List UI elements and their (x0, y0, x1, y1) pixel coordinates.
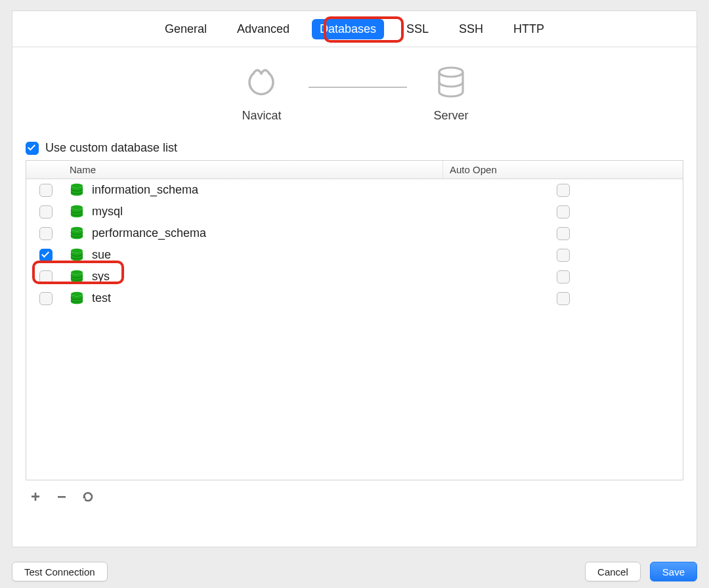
client-side: Navicat (240, 66, 282, 123)
tab-ssh[interactable]: SSH (451, 19, 491, 39)
row-db-name: information_schema (92, 183, 198, 197)
tab-databases[interactable]: Databases (312, 19, 384, 39)
add-button[interactable]: + (28, 490, 43, 504)
table-body: information_schema mysql (26, 179, 683, 309)
col-header-auto-open[interactable]: Auto Open (443, 161, 683, 178)
refresh-icon (81, 490, 95, 503)
table-row[interactable]: mysql (26, 201, 683, 222)
svg-point-1 (71, 183, 83, 187)
dialog-footer: Test Connection Cancel Save (0, 555, 709, 588)
database-icon (70, 270, 84, 284)
tab-advanced[interactable]: Advanced (229, 19, 297, 39)
row-include-checkbox[interactable] (39, 184, 53, 197)
database-icon (70, 183, 84, 198)
row-include-checkbox[interactable] (39, 292, 53, 305)
database-icon (70, 205, 84, 219)
table-row[interactable]: performance_schema (26, 222, 683, 244)
row-include-checkbox[interactable] (39, 270, 53, 284)
svg-point-2 (71, 205, 83, 209)
row-auto-open-checkbox[interactable] (557, 227, 570, 240)
database-icon (70, 291, 84, 306)
table-row[interactable]: information_schema (26, 179, 683, 201)
row-auto-open-checkbox[interactable] (557, 270, 570, 284)
database-icon (70, 226, 84, 241)
col-header-name[interactable]: Name (66, 161, 443, 178)
svg-point-5 (71, 270, 83, 274)
row-db-name: sys (92, 270, 110, 284)
use-custom-list-label: Use custom database list (45, 141, 177, 155)
refresh-button[interactable] (81, 490, 95, 504)
svg-point-3 (71, 226, 83, 230)
row-db-name: performance_schema (92, 226, 206, 240)
database-table: Name Auto Open information_schema (26, 160, 683, 480)
row-auto-open-checkbox[interactable] (557, 184, 570, 197)
table-row[interactable]: sys (26, 266, 683, 287)
tab-general[interactable]: General (157, 19, 215, 39)
table-header: Name Auto Open (26, 161, 683, 179)
table-row[interactable]: sue (26, 244, 683, 266)
save-button[interactable]: Save (650, 562, 697, 581)
row-include-checkbox[interactable] (39, 205, 53, 219)
table-row[interactable]: test (26, 287, 683, 309)
row-auto-open-checkbox[interactable] (557, 292, 570, 305)
use-custom-list-row: Use custom database list (12, 129, 697, 160)
connection-illustration: Navicat Server (12, 47, 697, 129)
database-icon (70, 248, 84, 262)
row-db-name: sue (92, 248, 111, 262)
test-connection-button[interactable]: Test Connection (12, 562, 108, 581)
row-include-checkbox[interactable] (39, 249, 53, 262)
row-include-checkbox[interactable] (39, 227, 53, 240)
server-label: Server (433, 109, 468, 123)
use-custom-list-checkbox[interactable] (26, 142, 39, 155)
tab-http[interactable]: HTTP (505, 19, 552, 39)
row-db-name: test (92, 291, 111, 305)
navicat-icon (240, 66, 282, 102)
row-db-name: mysql (92, 205, 123, 219)
cancel-button[interactable]: Cancel (585, 562, 641, 581)
row-auto-open-checkbox[interactable] (557, 249, 570, 262)
connection-line (309, 87, 407, 88)
remove-button[interactable]: − (54, 490, 69, 504)
row-auto-open-checkbox[interactable] (557, 205, 570, 219)
svg-point-0 (439, 68, 463, 77)
svg-point-6 (71, 291, 83, 295)
tab-bar: General Advanced Databases SSL SSH HTTP (12, 11, 697, 47)
list-toolbar: + − (12, 480, 697, 504)
server-icon (435, 66, 467, 102)
svg-point-4 (71, 248, 83, 252)
connection-settings-window: General Advanced Databases SSL SSH HTTP … (12, 10, 697, 547)
tab-ssl[interactable]: SSL (398, 19, 437, 39)
client-label: Navicat (242, 109, 281, 123)
server-side: Server (433, 66, 468, 123)
